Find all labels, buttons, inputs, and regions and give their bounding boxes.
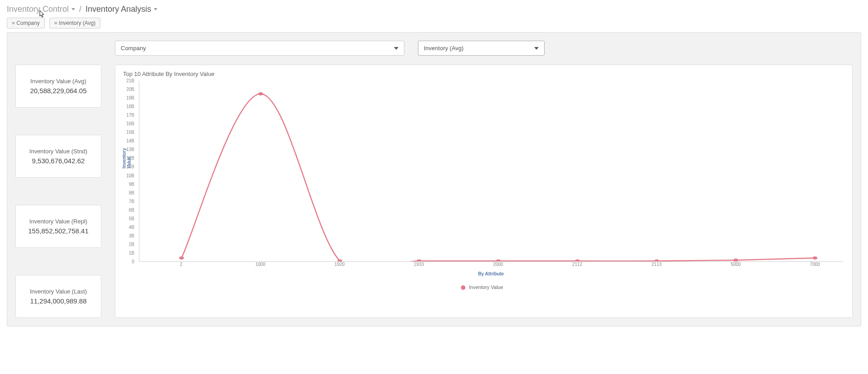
y-tick: 10B xyxy=(126,173,134,178)
dashboard-frame: Company Inventory (Avg) Inventory Value … xyxy=(7,32,861,327)
y-tick: 5B xyxy=(129,216,134,221)
x-tick: 1933 xyxy=(414,262,424,267)
y-tick: 18B xyxy=(126,104,134,109)
kpi-value: 155,852,502,758.41 xyxy=(28,227,88,235)
kpi-inventory-value-stnd: Inventory Value (Stnd) 9,530,676,042.62 xyxy=(15,135,101,178)
caret-down-icon xyxy=(71,8,75,10)
y-tick: 14B xyxy=(126,138,134,143)
y-tick: 15B xyxy=(126,130,134,135)
y-tick: 19B xyxy=(126,95,134,100)
y-tick: 21B xyxy=(126,78,134,83)
x-tick: 2113 xyxy=(651,262,661,267)
caret-down-icon xyxy=(534,47,539,50)
kpi-value: 11,294,000,989.88 xyxy=(30,297,86,305)
y-tick: 7B xyxy=(129,199,134,204)
y-tick: 17B xyxy=(126,113,134,118)
company-dropdown[interactable]: Company xyxy=(115,41,404,56)
kpi-label: Inventory Value (Stnd) xyxy=(29,148,87,155)
top-selectors: Company Inventory (Avg) xyxy=(115,41,853,56)
caret-down-icon xyxy=(154,8,157,10)
data-point[interactable] xyxy=(417,260,422,261)
kpi-label: Inventory Value (Last) xyxy=(30,288,87,295)
legend-dot-icon xyxy=(461,285,465,290)
y-tick: 12B xyxy=(126,156,134,161)
x-tick: 2000 xyxy=(493,262,503,267)
breadcrumb-parent-label: Inventory Control xyxy=(7,5,69,14)
data-point[interactable] xyxy=(575,260,580,261)
y-tick: 6B xyxy=(129,208,134,213)
x-axis-label: By Attribute xyxy=(139,271,843,276)
breadcrumb-current[interactable]: Inventory Analysis xyxy=(85,5,157,14)
kpi-label: Inventory Value (Repl) xyxy=(29,218,87,225)
breadcrumb: Inventory Control / Inventory Analysis xyxy=(0,0,868,18)
x-tick: 5000 xyxy=(730,262,740,267)
kpi-column: Inventory Value (Avg) 20,588,229,064.05 … xyxy=(15,65,115,318)
company-dropdown-label: Company xyxy=(121,45,146,52)
y-tick: 9B xyxy=(129,182,134,187)
y-axis: Inventory Value 01B2B3B4B5B6B7B8B9B10B11… xyxy=(121,81,136,262)
kpi-inventory-value-repl: Inventory Value (Repl) 155,852,502,758.4… xyxy=(15,205,101,248)
x-tick: 1000 xyxy=(255,262,265,267)
y-tick: 20B xyxy=(126,87,134,92)
data-point[interactable] xyxy=(812,256,817,260)
chart-svg xyxy=(139,81,843,261)
y-tick: 16B xyxy=(126,121,134,126)
metric-dropdown[interactable]: Inventory (Avg) xyxy=(418,41,545,56)
x-tick: 1920 xyxy=(335,262,345,267)
data-point[interactable] xyxy=(654,260,659,261)
kpi-label: Inventory Value (Avg) xyxy=(30,78,86,85)
x-tick: 7000 xyxy=(810,262,820,267)
data-point[interactable] xyxy=(258,92,263,95)
chart-line xyxy=(181,94,815,261)
chart-legend: Inventory Value xyxy=(121,284,843,290)
chart-area: Inventory Value 01B2B3B4B5B6B7B8B9B10B11… xyxy=(121,81,843,275)
y-tick: 4B xyxy=(129,225,134,230)
y-tick: 0 xyxy=(132,259,134,264)
chart-title: Top 10 Attribute By Inventory Value xyxy=(123,71,843,77)
metric-dropdown-label: Inventory (Avg) xyxy=(424,45,464,52)
y-tick: 11B xyxy=(126,164,134,169)
x-tick: 2 xyxy=(180,262,183,267)
kpi-value: 20,588,229,064.05 xyxy=(30,87,86,95)
kpi-value: 9,530,676,042.62 xyxy=(32,157,85,165)
x-tick: 2112 xyxy=(572,262,582,267)
legend-label: Inventory Value xyxy=(469,284,503,290)
kpi-inventory-value-avg: Inventory Value (Avg) 20,588,229,064.05 xyxy=(15,65,101,108)
kpi-inventory-value-last: Inventory Value (Last) 11,294,000,989.88 xyxy=(15,275,101,318)
chip-inventory-avg[interactable]: = Inventory (Avg) xyxy=(49,18,101,28)
y-tick: 13B xyxy=(126,147,134,152)
caret-down-icon xyxy=(394,47,398,50)
chart-panel: Top 10 Attribute By Inventory Value Inve… xyxy=(115,65,853,318)
data-point[interactable] xyxy=(179,256,184,260)
y-tick: 3B xyxy=(129,233,134,238)
y-tick: 8B xyxy=(129,190,134,195)
y-tick: 1B xyxy=(129,251,134,256)
y-tick: 2B xyxy=(129,242,134,247)
chip-company[interactable]: = Company xyxy=(7,18,45,28)
breadcrumb-separator: / xyxy=(79,5,81,14)
chart-plot[interactable] xyxy=(139,81,843,262)
data-point[interactable] xyxy=(733,259,738,261)
breadcrumb-current-label: Inventory Analysis xyxy=(85,5,151,14)
x-axis: 210001920193320002112211350007000 xyxy=(139,262,843,269)
data-point[interactable] xyxy=(496,260,501,261)
breadcrumb-parent[interactable]: Inventory Control xyxy=(7,5,75,14)
filter-chips: = Company = Inventory (Avg) xyxy=(0,18,868,32)
